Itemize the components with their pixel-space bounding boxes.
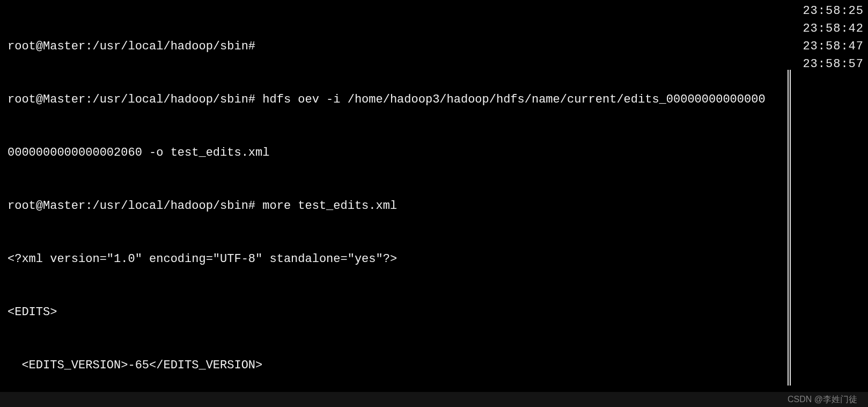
- terminal-line: root@Master:/usr/local/hadoop/sbin#: [8, 38, 860, 55]
- timestamp: 23:58:25: [803, 2, 864, 20]
- watermark-text: CSDN @李姓门徒: [788, 395, 857, 404]
- pane-divider[interactable]: [788, 70, 791, 386]
- terminal-line: 0000000000000002060 -o test_edits.xml: [8, 144, 860, 162]
- terminal-line: root@Master:/usr/local/hadoop/sbin# more…: [8, 197, 860, 215]
- terminal-line: <EDITS_VERSION>-65</EDITS_VERSION>: [8, 357, 860, 374]
- terminal-line: <?xml version="1.0" encoding="UTF-8" sta…: [8, 250, 860, 268]
- timestamp-panel: 23:58:25 23:58:42 23:58:47 23:58:57: [798, 0, 868, 75]
- terminal-line: <EDITS>: [8, 303, 860, 321]
- timestamp: 23:58:42: [803, 20, 864, 38]
- terminal-line: root@Master:/usr/local/hadoop/sbin# hdfs…: [8, 91, 860, 108]
- footer-bar: CSDN @李姓门徒: [0, 392, 868, 407]
- terminal-pane[interactable]: root@Master:/usr/local/hadoop/sbin# root…: [0, 0, 868, 391]
- timestamp: 23:58:57: [803, 55, 864, 73]
- timestamp: 23:58:47: [803, 38, 864, 55]
